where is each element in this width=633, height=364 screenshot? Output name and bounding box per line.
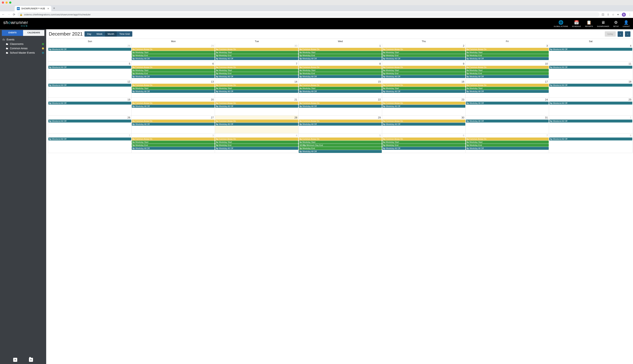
calendar-day-cell[interactable]: 126pWeekend All Off [48,80,132,98]
event-common_on[interactable]: 6aCommon Areas On [132,48,215,51]
event-weekday_start[interactable]: 6aWeekday Start [382,51,465,54]
event-weekday_start[interactable]: 6aWeekday Start [215,87,298,90]
event-weekday_end[interactable]: 5pWeekday End [215,72,298,75]
event-weekday_off[interactable]: 8pWeekday All Off [382,147,465,150]
event-weekday_end[interactable]: 5pWeekday End [466,54,549,57]
nav-back-icon[interactable]: ← [2,13,5,16]
header-nav-global-actions[interactable]: 🌐GLOBAL ACTIONS [554,20,568,27]
calendar-day-cell[interactable]: 66aCommon Areas On6aWeekday Start5pWeekd… [132,62,215,80]
event-weekday_off[interactable]: 8pWeekday All Off [382,57,465,60]
event-weekday_off[interactable]: 8pWeekday All Off [382,90,465,93]
event-weekday_end[interactable]: 5pWeekday End [132,144,215,147]
event-weekday_off[interactable]: 8pWeekday All Off [215,90,298,93]
header-nav-reports[interactable]: 📋REPORTS [585,20,593,27]
calendar-day-cell[interactable]: 306aCommon Areas On6aWeekday Start5pWeek… [215,44,298,62]
tree-item-school-master-events[interactable]: 🖿School Master Events [2,50,44,55]
event-common_on[interactable]: 6aCommon Areas On [382,120,465,122]
event-weekday_end[interactable]: 5pWeekday End [382,144,465,147]
extensions-icon[interactable]: ✦ [617,13,619,16]
event-common_on[interactable]: 6aCommon Areas On [466,138,549,140]
event-weekday_start[interactable]: 6aWeekday Start [466,69,549,72]
calendar-day-cell[interactable]: 26pWeekend All Off [48,134,132,153]
event-weekday_off[interactable]: 8pWeekday All Off [215,147,298,150]
event-weekday_end[interactable]: 5pWeekday End [299,72,382,75]
calendar-day-cell[interactable]: 86aCommon Areas On6aWeekday Start5pWeekd… [298,62,382,80]
event-weekday_end[interactable]: 5pWeekday End [299,54,382,57]
event-common_on[interactable]: 6aCommon Areas On [382,102,465,104]
event-common_on[interactable]: 6aCommon Areas On [215,48,298,51]
event-weekend_off[interactable]: 6pWeekend All Off [48,84,131,86]
event-weekday_off[interactable]: 8pWeekday All Off [132,147,215,150]
key-icon[interactable]: ⚿ [602,13,604,16]
event-weekday_end[interactable]: 5pWeekday End [466,72,549,75]
event-weekday_off[interactable]: 8pWeekday All Off [466,147,549,150]
calendar-day-cell[interactable]: 196pWeekend All Off [48,98,132,116]
calendar-day-cell[interactable]: 296aCommon Areas On8pWeekday All Off [298,116,382,134]
event-weekday_off[interactable]: 8pWeekday All Off [299,123,382,126]
event-weekday_end[interactable]: 5pWeekday End [215,54,298,57]
event-weekday_off[interactable]: 8pWeekday All Off [466,120,549,122]
event-weekday_start[interactable]: 6aWeekday Start [382,69,465,72]
event-weekday_off[interactable]: 8pWeekday All Off [215,105,298,108]
event-common_on[interactable]: 6aCommon Areas On [466,48,549,51]
event-weekday_off[interactable]: 8pWeekday All Off [466,57,549,60]
event-common_on[interactable]: 6aCommon Areas On [132,66,215,69]
calendar-day-cell[interactable]: 176aCommon Areas On6aWeekday Start8pWeek… [466,80,549,98]
sidebar-tab-calendars[interactable]: CALENDARS [23,30,44,36]
event-weekday_start[interactable]: 6aWeekday Start [299,87,382,90]
event-weekend_off[interactable]: 6pWeekend All Off [549,48,632,51]
calendar-day-cell[interactable]: 226aCommon Areas On8pWeekday All Off [298,98,382,116]
calendar-day-cell[interactable]: 286aCommon Areas On8pWeekday All Off [215,116,298,134]
event-common_on[interactable]: 6aCommon Areas On [299,66,382,69]
event-common_on[interactable]: 6aCommon Areas On [299,138,382,140]
event-weekday_off[interactable]: 8pWeekday All Off [382,105,465,108]
nav-forward-icon[interactable]: → [7,13,10,16]
event-weekday_off[interactable]: 8pWeekday All Off [466,90,549,93]
event-weekday_start[interactable]: 6aWeekday Start [132,51,215,54]
event-weekday_end[interactable]: 5pWeekday End [299,147,382,150]
event-weekday_off[interactable]: 8pWeekday All Off [132,90,215,93]
view-btn-month[interactable]: Month [105,31,117,36]
header-nav-setup[interactable]: ⚙SETUP [613,20,619,27]
event-weekday_start[interactable]: 6aWeekday Start [466,87,549,90]
event-weekday_start[interactable]: 6aWeekday Start [132,69,215,72]
event-common_on[interactable]: 6aCommon Areas On [299,48,382,51]
view-btn-week[interactable]: Week [94,31,105,36]
new-tab-button[interactable]: + [51,5,57,11]
event-common_on[interactable]: 6aCommon Areas On [466,84,549,86]
event-common_on[interactable]: 6aCommon Areas On [382,138,465,140]
calendar-day-cell[interactable]: 96aCommon Areas On6aWeekday Start5pWeekd… [382,62,466,80]
tree-root[interactable]: 🗀 Events [2,37,44,42]
calendar-day-cell[interactable]: 76aCommon Areas On6aWeekday Start5pWeekd… [466,134,549,153]
calendar-day-cell[interactable]: 66aCommon Areas On6aWeekday Start5pWeekd… [382,134,466,153]
event-common_on[interactable]: 6aCommon Areas On [382,66,465,69]
calendar-day-cell[interactable]: 16pWeekend All Off [549,116,633,134]
event-weekday_end[interactable]: 5pWeekday End [215,144,298,147]
calendar-day-cell[interactable]: 266pWeekend All Off [48,116,132,134]
calendar-day-cell[interactable]: 36aCommon Areas On6aWeekday Start5pWeekd… [466,44,549,62]
event-weekday_off[interactable]: 8pWeekday All Off [299,150,382,153]
calendar-day-cell[interactable]: 36aCommon Areas On6aWeekday Start5pWeekd… [132,134,215,153]
calendar-day-cell[interactable]: 206aCommon Areas On8pWeekday All Off [132,98,215,116]
calendar-day-cell[interactable]: 296aCommon Areas On6aWeekday Start5pWeek… [132,44,215,62]
share-icon[interactable]: ⇪ [607,13,609,16]
event-weekend_off[interactable]: 6pWeekend All Off [48,48,131,51]
event-weekday_start[interactable]: 6aWeekday Start [215,51,298,54]
window-min-dot[interactable] [6,2,8,4]
event-weekday_end[interactable]: 5pWeekday End [132,72,215,75]
header-nav-schedule[interactable]: 📅SCHEDULE [572,20,581,27]
calendar-day-cell[interactable]: 236aCommon Areas On8pWeekday All Off [382,98,466,116]
event-weekend_off[interactable]: 6pWeekend All Off [549,138,632,140]
calendar-day-cell[interactable]: 306aCommon Areas On8pWeekday All Off [382,116,466,134]
event-weekend_off[interactable]: 6pWeekend All Off [48,66,131,69]
window-close-dot[interactable] [2,2,4,4]
event-common_on[interactable]: 6aCommon Areas On [299,120,382,122]
calendar-day-cell[interactable]: 156aCommon Areas On6aWeekday Start8pWeek… [298,80,382,98]
calendar-day-cell[interactable]: 166aCommon Areas On6aWeekday Start8pWeek… [382,80,466,98]
event-weekday_off[interactable]: 8pWeekday All Off [466,75,549,78]
event-common_on[interactable]: 6aCommon Areas On [132,138,215,140]
event-weekday_start[interactable]: 6aWeekday Start [215,69,298,72]
calendar-day-cell[interactable]: 46pWeekend All Off [549,44,633,62]
calendar-day-cell[interactable]: 116pWeekend All Off [549,62,633,80]
event-weekday_start[interactable]: 6aWeekday Start [299,69,382,72]
